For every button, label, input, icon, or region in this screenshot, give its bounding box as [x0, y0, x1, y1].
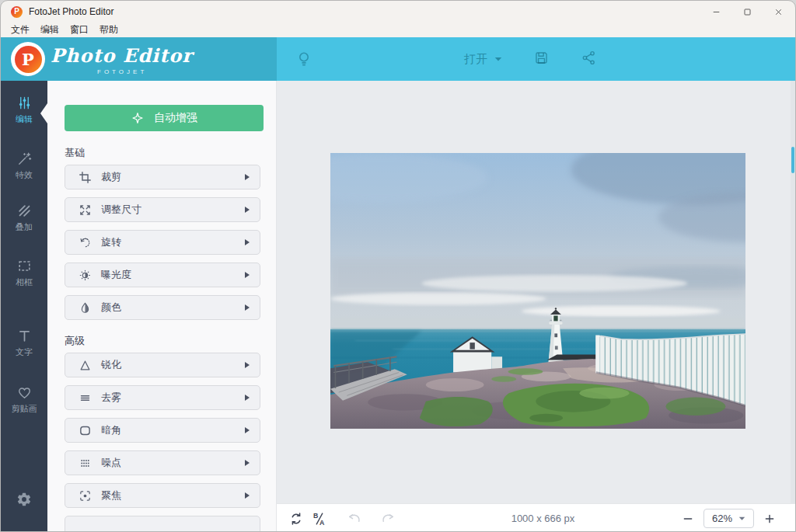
tool-button-label: 锐化 [101, 358, 121, 372]
sliders-icon [17, 96, 32, 110]
tool-button-label: 调整尺寸 [101, 203, 141, 217]
stripes-icon [17, 203, 32, 218]
menu-item-2[interactable]: 编辑 [35, 23, 65, 37]
fotojet-logo: P [11, 42, 45, 76]
undo-icon [347, 511, 362, 527]
before-after-icon: B A [312, 511, 327, 527]
tool-button-label: 颜色 [101, 301, 121, 315]
sidebar-item-4[interactable]: 相框 [1, 259, 47, 288]
crop-icon [79, 171, 92, 184]
canvas-scrollbar-track[interactable] [791, 81, 795, 504]
redo-button[interactable] [380, 511, 396, 527]
menu-item-3[interactable]: 窗口 [65, 23, 94, 37]
menu-item-4[interactable]: 帮助 [94, 23, 124, 37]
zoom-out-button[interactable] [683, 513, 693, 524]
tool-button-label: 暗角 [101, 423, 121, 437]
tool-button-noise[interactable]: 噪点 [65, 450, 260, 475]
expand-arrow-icon [245, 207, 250, 213]
tool-button-exposure[interactable]: 曝光度 [65, 263, 260, 287]
expand-arrow-icon [245, 174, 250, 180]
sparkle-icon [131, 111, 145, 125]
sidebar-item-label: 特效 [16, 169, 33, 181]
sidebar-item-2[interactable]: 特效 [1, 151, 47, 181]
tool-button-vignette[interactable]: 暗角 [65, 418, 260, 443]
before-after-button[interactable]: B A [312, 511, 327, 527]
vignette-icon [79, 424, 92, 437]
zoom-level-select[interactable]: 62% [703, 509, 754, 528]
header-actions: 打开 [271, 37, 791, 81]
sharpen-icon [79, 359, 92, 372]
heart-icon [17, 385, 32, 400]
plus-icon [764, 513, 775, 524]
tool-button-partial[interactable] [65, 516, 260, 532]
open-button[interactable]: 打开 [464, 52, 502, 67]
tool-button-crop[interactable]: 裁剪 [65, 165, 260, 190]
sidebar-item-label: 文字 [16, 346, 33, 358]
expand-arrow-icon [245, 304, 250, 311]
edit-tools-panel: 自动增强 基础裁剪调整尺寸旋转曝光度颜色高级锐化去雾暗角噪点聚焦 [47, 81, 277, 532]
frame-icon [17, 259, 32, 273]
exposure-icon [79, 269, 92, 282]
sidebar-item-6[interactable]: 剪贴画 [1, 385, 47, 415]
expand-arrow-icon [245, 427, 250, 433]
color-icon [79, 301, 92, 315]
save-button[interactable] [533, 50, 550, 69]
tool-button-sharpen[interactable]: 锐化 [65, 353, 260, 377]
share-button[interactable] [581, 50, 597, 69]
app-header: P Photo Editor FOTOJET 打开 [1, 37, 795, 81]
expand-arrow-icon [245, 362, 250, 368]
tool-button-dehaze[interactable]: 去雾 [65, 385, 260, 410]
rotate-icon [79, 236, 92, 249]
brand-subtitle: FOTOJET [97, 68, 147, 75]
window-title: FotoJet Photo Editor [29, 6, 113, 17]
compare-icon [288, 511, 304, 527]
share-icon [581, 50, 597, 66]
expand-arrow-icon [245, 239, 250, 245]
tool-button-label: 聚焦 [101, 489, 121, 502]
focus-icon [79, 489, 92, 502]
magic-wand-icon [17, 151, 32, 166]
photo-preview[interactable] [330, 153, 745, 429]
menu-bar: 文件编辑窗口帮助 [1, 23, 796, 37]
tool-button-resize[interactable]: 调整尺寸 [65, 197, 260, 222]
tool-button-rotate[interactable]: 旋转 [65, 230, 260, 255]
maximize-button[interactable] [731, 1, 763, 23]
expand-arrow-icon [245, 492, 250, 499]
dehaze-icon [79, 391, 92, 405]
menu-item-1[interactable]: 文件 [5, 23, 35, 37]
svg-text:B: B [313, 512, 318, 520]
sidebar-item-1[interactable]: 编辑 [1, 96, 47, 125]
expand-arrow-icon [245, 272, 250, 278]
section-title-2: 高级 [65, 335, 259, 346]
tool-button-focus[interactable]: 聚焦 [65, 483, 260, 508]
caret-down-icon [494, 57, 502, 62]
tool-button-color[interactable]: 颜色 [65, 295, 260, 320]
tool-button-label: 旋转 [101, 235, 121, 249]
resize-icon [79, 203, 92, 217]
sidebar-item-label: 编辑 [16, 113, 33, 125]
compare-original-button[interactable] [288, 511, 304, 527]
auto-enhance-button[interactable]: 自动增强 [65, 105, 264, 131]
tool-button-label: 曝光度 [101, 268, 131, 282]
close-button[interactable] [763, 1, 794, 23]
noise-icon [79, 457, 92, 470]
gear-icon [16, 492, 32, 510]
minus-icon [683, 513, 693, 524]
tool-button-label: 裁剪 [101, 170, 121, 184]
canvas-area: B A 1000 x 666 px [277, 81, 795, 532]
status-bar: B A 1000 x 666 px [277, 503, 795, 532]
canvas-scrollbar-thumb[interactable] [791, 147, 794, 173]
text-icon [17, 329, 32, 343]
zoom-in-button[interactable] [764, 513, 775, 524]
sidebar-item-label: 叠加 [16, 221, 33, 233]
sidebar-item-3[interactable]: 叠加 [1, 203, 47, 233]
sidebar-item-5[interactable]: 文字 [1, 329, 47, 358]
app-logo-icon: P [11, 6, 23, 18]
app-window: P FotoJet Photo Editor 文件编辑窗口帮助 P Photo … [0, 0, 796, 532]
active-notch [40, 103, 47, 123]
minimize-button[interactable] [700, 1, 731, 23]
settings-button[interactable] [1, 492, 47, 510]
caret-down-icon [738, 516, 745, 521]
expand-arrow-icon [245, 460, 250, 466]
undo-button[interactable] [347, 511, 362, 527]
